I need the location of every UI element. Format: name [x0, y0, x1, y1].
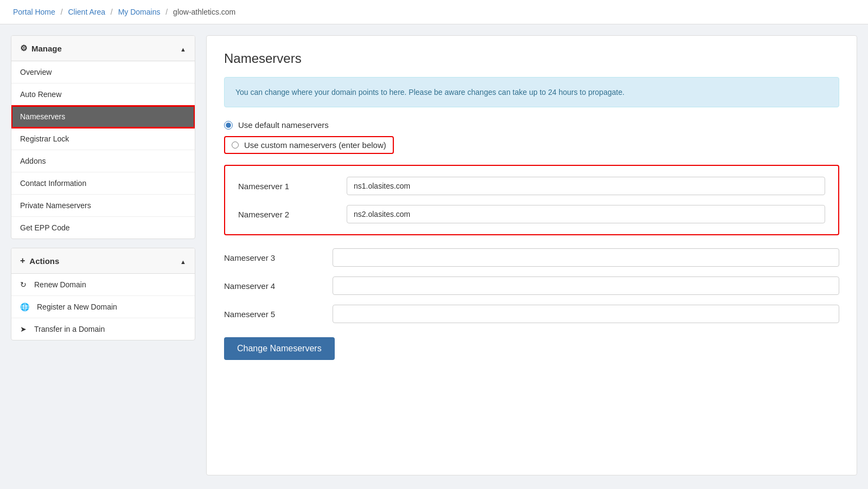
actions-header-left: Actions: [20, 256, 59, 266]
manage-header-label: Manage: [31, 44, 62, 53]
plus-icon: [20, 256, 25, 266]
sidebar-item-register[interactable]: 🌐Register a New Domain: [11, 296, 195, 318]
radio-default-label: Use default nameservers: [238, 120, 329, 130]
radio-custom-label: Use custom nameservers (enter below): [244, 140, 386, 150]
ns-input-1[interactable]: [347, 177, 825, 195]
sidebar-actions-nav: ↻Renew Domain🌐Register a New Domain➤Tran…: [11, 274, 195, 340]
ns-row-4: Nameserver 4: [224, 276, 839, 295]
ns-input-5[interactable]: [333, 305, 839, 323]
gear-icon: [20, 43, 27, 53]
ns-row-3: Nameserver 3: [224, 248, 839, 267]
sidebar-item-auto-renew[interactable]: Auto Renew: [11, 83, 195, 106]
breadcrumb-sep-1: /: [61, 8, 63, 16]
sidebar-item-private-ns[interactable]: Private Nameservers: [11, 195, 195, 217]
ns-input-3[interactable]: [333, 248, 839, 267]
ns-input-2[interactable]: [347, 205, 825, 223]
actions-chevron-icon: [180, 256, 186, 266]
ns-label-2: Nameserver 2: [238, 210, 347, 219]
info-box: You can change where your domain points …: [224, 77, 839, 107]
sidebar-manage-section: Manage OverviewAuto RenewNameserversRegi…: [11, 35, 195, 239]
sidebar-actions-header[interactable]: Actions: [11, 248, 195, 274]
page-title: Nameservers: [224, 51, 839, 66]
breadcrumb-my-domains[interactable]: My Domains: [118, 8, 161, 16]
sidebar-manage-header[interactable]: Manage: [11, 36, 195, 61]
breadcrumb-sep-2: /: [111, 8, 113, 16]
sidebar-item-epp-code[interactable]: Get EPP Code: [11, 217, 195, 239]
ns-label-5: Nameserver 5: [224, 310, 333, 319]
radio-group: Use default nameservers Use custom names…: [224, 120, 839, 154]
radio-custom-input[interactable]: [232, 141, 239, 149]
sidebar-item-transfer[interactable]: ➤Transfer in a Domain: [11, 318, 195, 340]
actions-header-label: Actions: [29, 256, 59, 266]
radio-default-ns[interactable]: Use default nameservers: [224, 120, 839, 130]
breadcrumb-portal-home[interactable]: Portal Home: [13, 8, 55, 16]
transfer-icon: ➤: [20, 325, 27, 333]
sidebar-item-addons[interactable]: Addons: [11, 150, 195, 172]
sidebar: Manage OverviewAuto RenewNameserversRegi…: [11, 35, 195, 475]
manage-chevron-icon: [180, 44, 186, 53]
radio-default-input[interactable]: [224, 121, 233, 130]
radio-custom-ns[interactable]: Use custom nameservers (enter below): [224, 136, 394, 154]
sidebar-actions-section: Actions ↻Renew Domain🌐Register a New Dom…: [11, 248, 195, 340]
ns-input-4[interactable]: [333, 276, 839, 295]
breadcrumb: Portal Home / Client Area / My Domains /…: [0, 0, 868, 24]
content-area: Nameservers You can change where your do…: [206, 35, 857, 475]
ns-label-4: Nameserver 4: [224, 281, 333, 291]
ns-row-1: Nameserver 1: [238, 177, 825, 195]
sidebar-item-nameservers[interactable]: Nameservers: [11, 106, 195, 128]
ns-label-3: Nameserver 3: [224, 253, 333, 262]
globe-icon: 🌐: [20, 303, 29, 311]
renew-icon: ↻: [20, 280, 27, 289]
breadcrumb-sep-3: /: [165, 8, 168, 16]
sidebar-item-registrar-lock[interactable]: Registrar Lock: [11, 128, 195, 150]
ns-fields-red-box: Nameserver 1 Nameserver 2: [224, 165, 839, 235]
ns-row-5: Nameserver 5: [224, 305, 839, 323]
main-layout: Manage OverviewAuto RenewNameserversRegi…: [0, 24, 868, 486]
change-nameservers-button[interactable]: Change Nameservers: [224, 337, 335, 360]
breadcrumb-client-area[interactable]: Client Area: [68, 8, 105, 16]
ns-label-1: Nameserver 1: [238, 182, 347, 191]
sidebar-item-renew[interactable]: ↻Renew Domain: [11, 274, 195, 296]
breadcrumb-current-domain: glow-athletics.com: [173, 8, 235, 16]
sidebar-item-contact-info[interactable]: Contact Information: [11, 172, 195, 195]
manage-header-left: Manage: [20, 43, 62, 53]
sidebar-manage-nav: OverviewAuto RenewNameserversRegistrar L…: [11, 61, 195, 239]
ns-row-2: Nameserver 2: [238, 205, 825, 223]
sidebar-item-overview[interactable]: Overview: [11, 61, 195, 83]
